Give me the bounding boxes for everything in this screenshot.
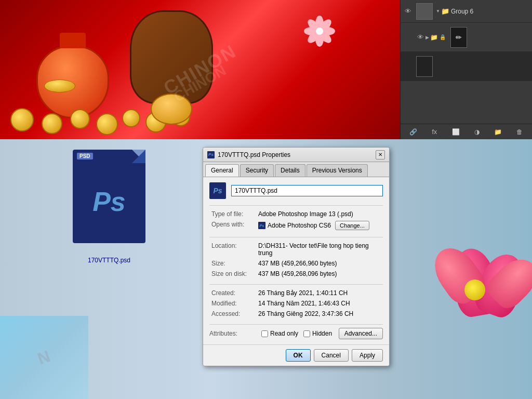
dialog-title: Ps 170VTTTQ.psd Properties <box>207 151 290 158</box>
tab-previous-versions[interactable]: Previous Versions <box>307 164 368 177</box>
psd-file-icon[interactable]: PSD Ps 170VTTTQ.psd <box>62 150 156 295</box>
accessed-label: Accessed: <box>209 309 256 319</box>
layer-sub-thumbnail: ✏ <box>450 27 467 48</box>
attributes-label: Attributes: <box>209 330 256 337</box>
divider-1 <box>209 205 383 206</box>
cancel-button[interactable]: Cancel <box>314 349 349 362</box>
layers-panel: 👁 ▼ 📁 Group 6 👁 ▶ 📁 🔒 ✏ 🔗 fx <box>400 0 532 139</box>
dialog-content: Ps Type of file: Adobe Photoshop Image 1… <box>203 177 389 344</box>
psd-icon-body: PSD Ps <box>73 150 145 243</box>
canvas-image: CHINON CHINON <box>0 0 400 139</box>
type-label: Type of file: <box>209 209 256 219</box>
attributes-row: Attributes: Read only Hidden Advanced... <box>209 328 383 339</box>
opens-with-label: Opens with: <box>209 219 256 232</box>
layers-empty-area <box>401 81 532 124</box>
row-opens-with: Opens with: Ps Adobe Photoshop CS6 Chang… <box>209 219 383 232</box>
properties-dialog: Ps 170VTTTQ.psd Properties ✕ General Sec… <box>203 147 390 366</box>
size-disk-label: Size on disk: <box>209 269 256 279</box>
layer-sub[interactable]: 👁 ▶ 📁 🔒 ✏ <box>401 23 532 52</box>
row-size-on-disk: Size on disk: 437 MB (459,268,096 bytes) <box>209 269 383 279</box>
row-location: Location: D:\DH311- Vector tet\File tong… <box>209 241 383 258</box>
file-details-table: Location: D:\DH311- Vector tet\File tong… <box>209 241 383 279</box>
created-value: 26 Tháng Bảy 2021, 1:40:11 CH <box>256 288 383 298</box>
size-disk-value: 437 MB (459,268,096 bytes) <box>256 269 383 279</box>
folder-button[interactable]: 📁 <box>493 126 504 138</box>
accessed-value: 26 Tháng Giêng 2022, 3:47:36 CH <box>256 309 383 319</box>
location-value: D:\DH311- Vector tet\File tong hop tieng… <box>256 241 383 258</box>
filename-input[interactable] <box>231 185 383 196</box>
layer-thumbnail <box>416 3 433 20</box>
file-info-table: Type of file: Adobe Photoshop Image 13 (… <box>209 209 383 232</box>
hidden-checkbox[interactable] <box>303 330 310 337</box>
type-value: Adobe Photoshop Image 13 (.psd) <box>256 209 383 219</box>
created-label: Created: <box>209 288 256 298</box>
fx-button[interactable]: fx <box>429 126 440 138</box>
layer-group-6[interactable]: 👁 ▼ 📁 Group 6 <box>401 0 532 23</box>
folder-icon: 📁 <box>441 7 449 15</box>
row-created: Created: 26 Tháng Bảy 2021, 1:40:11 CH <box>209 288 383 298</box>
psd-icon-graphic: PSD Ps <box>68 150 151 254</box>
read-only-group: Read only <box>261 330 298 337</box>
dialog-bottom-buttons: OK Cancel Apply <box>203 344 389 366</box>
mask-button[interactable]: ⬜ <box>450 126 461 138</box>
row-type: Type of file: Adobe Photoshop Image 13 (… <box>209 209 383 219</box>
read-only-checkbox[interactable] <box>261 330 268 337</box>
dialog-titlebar: Ps 170VTTTQ.psd Properties ✕ <box>203 148 389 162</box>
bottom-left-image: N <box>0 316 88 399</box>
size-value: 437 MB (459,266,960 bytes) <box>256 258 383 269</box>
floral-area <box>376 139 532 399</box>
size-label: Size: <box>209 258 256 269</box>
tab-general[interactable]: General <box>205 164 239 177</box>
photoshop-area: CHINON CHINON 👁 ▼ 📁 Group 6 👁 ▶ 📁 🔒 ✏ <box>0 0 532 139</box>
delete-layer-button[interactable]: 🗑 <box>514 126 525 138</box>
sub-arrow-icon: ▶ <box>425 35 429 40</box>
psd-ps-text: Ps <box>92 186 126 217</box>
row-modified: Modified: 14 Tháng Năm 2021, 1:46:43 CH <box>209 298 383 309</box>
hidden-label: Hidden <box>312 330 332 337</box>
sub-folder-icon: 📁 <box>430 34 438 41</box>
ok-button[interactable]: OK <box>286 349 311 362</box>
bottom-section: PSD Ps 170VTTTQ.psd Ps 170VTTTQ.psd Prop… <box>0 139 532 399</box>
psd-filename-label: 170VTTTQ.psd <box>88 257 130 264</box>
tab-details[interactable]: Details <box>275 164 305 177</box>
group-arrow-icon: ▼ <box>436 9 440 14</box>
file-ps-icon: Ps <box>209 182 226 199</box>
divider-3 <box>209 284 383 285</box>
advanced-button[interactable]: Advanced... <box>339 328 383 339</box>
psd-badge: PSD <box>77 153 93 159</box>
opens-with-app: Adobe Photoshop CS6 <box>268 222 331 229</box>
dialog-ps-icon: Ps <box>207 151 215 158</box>
divider-4 <box>209 324 383 325</box>
location-label: Location: <box>209 241 256 258</box>
layer-group-name: Group 6 <box>451 8 530 15</box>
layer-visibility-icon[interactable]: 👁 <box>403 6 413 17</box>
read-only-label: Read only <box>270 330 298 337</box>
layers-toolbar: 🔗 fx ⬜ ◑ 📁 🗑 <box>401 124 532 139</box>
hidden-group: Hidden <box>303 330 332 337</box>
layer-dark-thumbnail <box>416 56 433 77</box>
divider-2 <box>209 237 383 237</box>
row-accessed: Accessed: 26 Tháng Giêng 2022, 3:47:36 C… <box>209 309 383 319</box>
row-size: Size: 437 MB (459,266,960 bytes) <box>209 258 383 269</box>
layer-dark[interactable] <box>401 52 532 81</box>
lock-icon: 🔒 <box>440 34 446 40</box>
canvas-area: CHINON CHINON <box>0 0 400 139</box>
modified-label: Modified: <box>209 298 256 309</box>
file-header-row: Ps <box>209 182 383 199</box>
dialog-close-button[interactable]: ✕ <box>376 150 385 159</box>
opens-with-value: Ps Adobe Photoshop CS6 Change... <box>256 219 383 232</box>
dialog-tabs: General Security Details Previous Versio… <box>203 162 389 177</box>
tab-security[interactable]: Security <box>240 164 274 177</box>
dates-table: Created: 26 Tháng Bảy 2021, 1:40:11 CH M… <box>209 288 383 319</box>
opens-with-icon: Ps <box>258 222 265 229</box>
layer-dark-visibility-icon <box>403 61 413 72</box>
watermark-bottom: N <box>35 347 53 369</box>
modified-value: 14 Tháng Năm 2021, 1:46:43 CH <box>256 298 383 309</box>
adjustment-button[interactable]: ◑ <box>471 126 483 138</box>
layer-sub-visibility-icon[interactable]: 👁 <box>415 32 425 43</box>
apply-button[interactable]: Apply <box>352 349 383 362</box>
change-app-button[interactable]: Change... <box>335 221 369 230</box>
link-layers-button[interactable]: 🔗 <box>407 126 419 138</box>
dialog-title-text: 170VTTTQ.psd Properties <box>218 151 290 158</box>
